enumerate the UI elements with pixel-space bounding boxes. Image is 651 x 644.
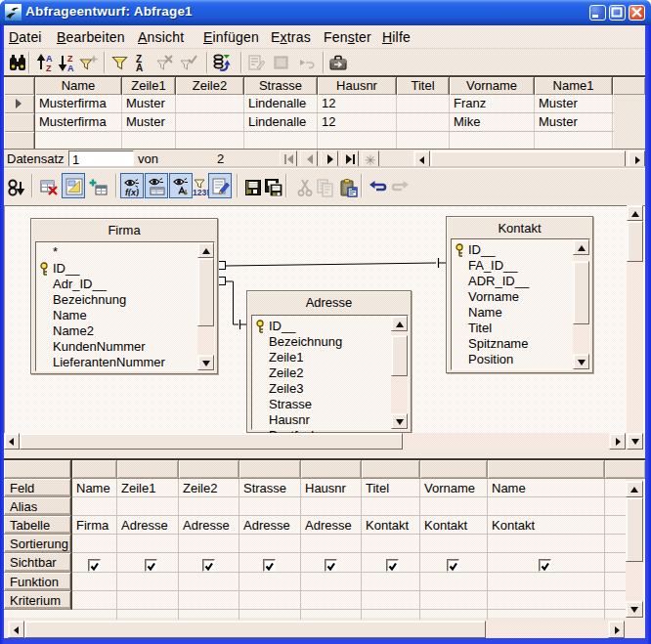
svg-text:f(x): f(x) <box>125 188 139 197</box>
svg-text:123!: 123! <box>193 188 209 197</box>
svg-text:A: A <box>136 63 143 72</box>
svg-text:Z: Z <box>67 54 73 64</box>
svg-text:Z: Z <box>46 64 52 72</box>
svg-text:A: A <box>67 64 74 72</box>
svg-text:A: A <box>46 54 53 64</box>
